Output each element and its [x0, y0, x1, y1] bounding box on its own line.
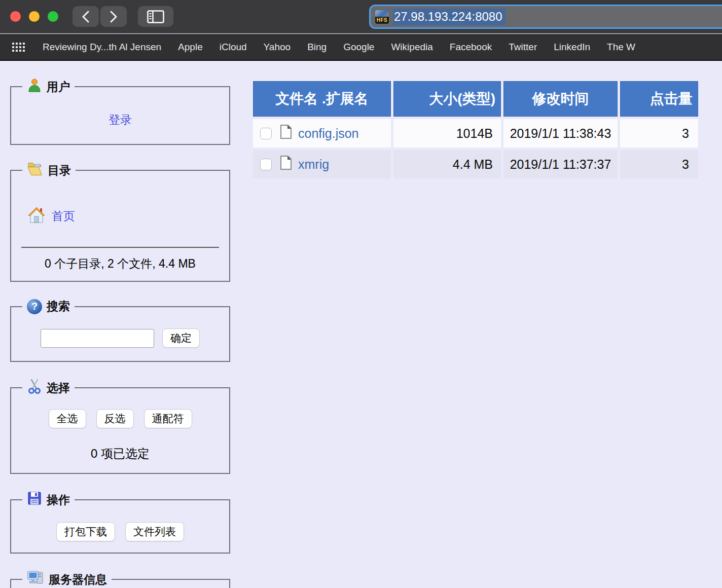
home-link-label: 首页 [52, 208, 75, 224]
url-text[interactable]: 27.98.193.224:8080 [393, 9, 506, 25]
header-modified[interactable]: 修改时间 [503, 81, 618, 117]
bookmark-item[interactable]: Twitter [509, 42, 537, 53]
login-link[interactable]: 登录 [109, 113, 132, 126]
address-bar[interactable]: HFS 27.98.193.224:8080 [369, 5, 722, 29]
save-icon [27, 491, 42, 509]
panel-selection-legend: 选择 [22, 379, 75, 397]
panel-server-info: 服务器信息 HttpFileServer v2.3i 297 随波汉化版 服务器… [10, 570, 230, 588]
scissors-icon [27, 379, 42, 397]
file-list-button[interactable]: 文件列表 [125, 522, 184, 541]
bookmark-item[interactable]: The W [607, 42, 635, 53]
search-submit-button[interactable]: 确定 [162, 328, 200, 348]
panel-user: 用户 登录 [10, 78, 230, 145]
folder-stats: 0 个子目录, 2 个文件, 4.4 MB [16, 248, 224, 274]
hfs-page: 用户 登录 目录 [0, 62, 722, 588]
file-modified: 2019/1/1 11:38:43 [503, 119, 618, 148]
bookmark-item[interactable]: LinkedIn [554, 42, 590, 53]
header-size[interactable]: 大小(类型) [393, 81, 501, 117]
panel-actions: 操作 打包下载 文件列表 [10, 491, 230, 554]
file-table: 文件名 .扩展名 大小(类型) 修改时间 点击量 [250, 79, 701, 181]
panel-user-legend: 用户 [22, 78, 75, 96]
bookmark-item[interactable]: Bing [307, 42, 327, 53]
server-icon [27, 570, 44, 588]
panel-search-legend: ? 搜索 [22, 299, 75, 314]
table-row: config.json 1014B 2019/1/1 11:38:43 3 [253, 119, 698, 148]
file-link[interactable]: xmrig [298, 157, 329, 172]
selection-status: 0 项已选定 [16, 431, 224, 466]
panel-selection: 选择 全选 反选 通配符 0 项已选定 [10, 379, 230, 474]
home-icon [27, 206, 46, 226]
forward-icon [110, 11, 118, 23]
bookmark-item[interactable]: Wikipedia [391, 42, 432, 53]
header-filename[interactable]: 文件名 .扩展名 [253, 81, 391, 117]
back-icon [82, 11, 90, 23]
close-window-button[interactable] [10, 11, 21, 22]
browser-toolbar: HFS 27.98.193.224:8080 [0, 0, 722, 33]
bookmark-item[interactable]: Apple [178, 42, 203, 53]
file-icon [280, 155, 292, 173]
minimize-window-button[interactable] [29, 11, 40, 22]
help-icon: ? [27, 299, 42, 314]
file-modified: 2019/1/1 11:37:37 [503, 150, 618, 178]
file-size: 1014B [393, 119, 501, 148]
panel-folder-legend: 目录 [22, 162, 76, 179]
search-input[interactable] [41, 329, 154, 348]
bookmark-item[interactable]: Google [343, 42, 374, 53]
bookmark-item[interactable]: Reviewing Dy...th Al Jensen [43, 42, 161, 53]
invert-selection-button[interactable]: 反选 [96, 409, 134, 428]
archive-download-button[interactable]: 打包下载 [56, 522, 115, 541]
bookmark-item[interactable]: iCloud [220, 42, 247, 53]
panel-folder: 目录 首页 0 个子目录, 2 个文件, 4.4 MB [10, 162, 230, 282]
zoom-window-button[interactable] [48, 11, 58, 22]
panel-server-legend: 服务器信息 [22, 570, 112, 588]
file-checkbox[interactable] [260, 128, 272, 139]
wildcard-select-button[interactable]: 通配符 [144, 409, 192, 428]
file-table-header-row: 文件名 .扩展名 大小(类型) 修改时间 点击量 [253, 81, 698, 117]
select-all-button[interactable]: 全选 [49, 409, 86, 428]
file-icon [280, 124, 292, 142]
sidebar-icon [147, 10, 164, 23]
file-hits: 3 [620, 150, 698, 178]
panel-search: ? 搜索 确定 [10, 299, 230, 362]
file-link[interactable]: config.json [298, 126, 359, 141]
panel-actions-legend: 操作 [22, 491, 75, 509]
user-icon [27, 78, 42, 96]
grid-icon[interactable] [12, 42, 25, 52]
file-size: 4.4 MB [393, 150, 501, 178]
hfs-favicon: HFS [375, 10, 389, 24]
forward-button[interactable] [100, 6, 127, 27]
sidebar-toggle-button[interactable] [138, 6, 173, 27]
header-hits[interactable]: 点击量 [620, 81, 698, 117]
file-hits: 3 [620, 119, 698, 148]
home-link[interactable]: 首页 [16, 184, 224, 226]
window-controls [10, 11, 58, 22]
bookmark-item[interactable]: Yahoo [264, 42, 291, 53]
table-row: xmrig 4.4 MB 2019/1/1 11:37:37 3 [253, 150, 698, 178]
folder-icon [27, 162, 43, 179]
back-button[interactable] [73, 6, 99, 27]
file-checkbox[interactable] [260, 159, 272, 170]
bookmarks-bar: Reviewing Dy...th Al Jensen Apple iCloud… [0, 34, 722, 61]
bookmark-item[interactable]: Facebook [450, 42, 492, 53]
